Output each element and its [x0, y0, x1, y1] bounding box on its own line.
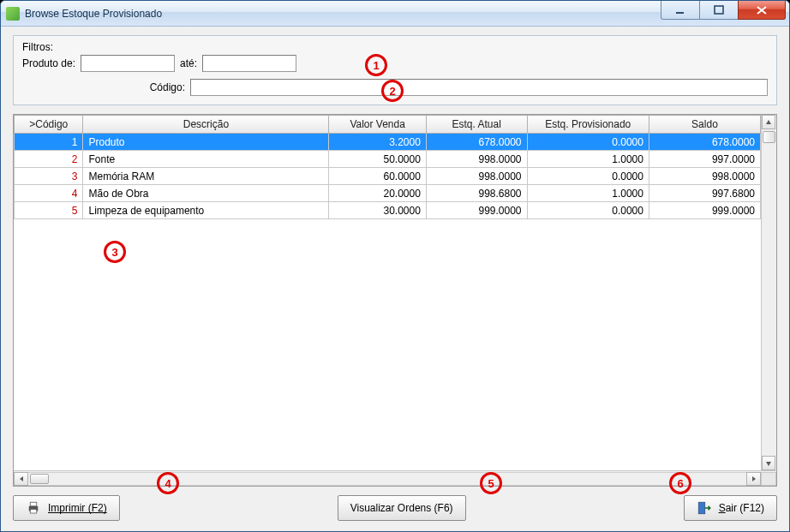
table-cell[interactable]: 4 [15, 185, 83, 202]
scroll-corner [761, 472, 776, 486]
scroll-right-icon[interactable] [746, 472, 761, 486]
scroll-thumb[interactable] [763, 131, 775, 143]
grid-body[interactable]: 1Produto3.2000678.00000.0000678.00002Fon… [15, 134, 761, 219]
vertical-scrollbar[interactable] [761, 115, 776, 470]
table-cell[interactable]: 998.0000 [426, 151, 527, 168]
client-area: Filtros: Produto de: até: Código: [1, 27, 789, 531]
table-cell[interactable]: 1 [15, 134, 83, 151]
table-cell[interactable]: 0.0000 [527, 202, 649, 219]
table-cell[interactable]: 60.0000 [329, 168, 427, 185]
svg-rect-3 [30, 502, 37, 506]
table-row[interactable]: 4Mão de Obra20.0000998.68001.0000997.680… [15, 185, 761, 202]
app-icon [6, 7, 20, 21]
codigo-label: Código: [22, 81, 185, 93]
table-row[interactable]: 2Fonte50.0000998.00001.0000997.0000 [15, 151, 761, 168]
minimize-icon [675, 5, 685, 15]
maximize-button[interactable] [699, 1, 739, 20]
imprimir-label: Imprimir (F2) [48, 502, 107, 514]
table-cell[interactable]: 998.6800 [426, 185, 527, 202]
filters-legend: Filtros: [22, 41, 768, 53]
table-row[interactable]: 3Memória RAM60.0000998.00000.0000998.000… [15, 168, 761, 185]
table-cell[interactable]: Fonte [83, 151, 329, 168]
svg-rect-1 [715, 6, 723, 14]
table-cell[interactable]: 2 [15, 151, 83, 168]
visualizar-ordens-button[interactable]: Visualizar Ordens (F6) [338, 495, 466, 521]
window-controls [661, 1, 789, 26]
produto-ate-input[interactable] [202, 55, 296, 72]
codigo-input[interactable] [190, 79, 768, 96]
table-cell[interactable]: 678.0000 [426, 134, 527, 151]
table-cell[interactable]: Produto [83, 134, 329, 151]
minimize-button[interactable] [661, 1, 700, 20]
titlebar: Browse Estoque Provisionado [1, 1, 789, 27]
table-cell[interactable]: 997.6800 [649, 185, 760, 202]
header-estq-prov[interactable]: Estq. Provisionado [527, 116, 649, 134]
table-cell[interactable]: 20.0000 [329, 185, 427, 202]
table-cell[interactable]: 50.0000 [329, 151, 427, 168]
visualizar-label: Visualizar Ordens (F6) [350, 502, 453, 514]
scroll-down-icon[interactable] [762, 456, 775, 470]
table-cell[interactable]: 0.0000 [527, 134, 649, 151]
grid-header[interactable]: >Código Descrição Valor Venda Estq. Atua… [15, 116, 761, 134]
table-cell[interactable]: 3 [15, 168, 83, 185]
svg-rect-5 [698, 502, 705, 514]
scroll-up-icon[interactable] [762, 115, 775, 129]
table-cell[interactable]: Memória RAM [83, 168, 329, 185]
table-cell[interactable]: Mão de Obra [83, 185, 329, 202]
produto-de-input[interactable] [81, 55, 175, 72]
printer-icon [26, 500, 41, 516]
sair-button[interactable]: Sair (F12) [684, 495, 777, 521]
table-cell[interactable]: 0.0000 [527, 168, 649, 185]
imprimir-button[interactable]: Imprimir (F2) [13, 495, 120, 521]
maximize-icon [714, 5, 724, 15]
data-grid[interactable]: >Código Descrição Valor Venda Estq. Atua… [13, 114, 777, 487]
table-row[interactable]: 5Limpeza de equipamento30.0000999.00000.… [15, 202, 761, 219]
produto-de-label: Produto de: [22, 57, 75, 69]
table-row[interactable]: 1Produto3.2000678.00000.0000678.0000 [15, 134, 761, 151]
table-cell[interactable]: 5 [15, 202, 83, 219]
close-icon [756, 5, 768, 15]
table-cell[interactable]: 678.0000 [649, 134, 760, 151]
exit-icon [697, 500, 712, 516]
ate-label: até: [180, 57, 197, 69]
svg-rect-0 [676, 12, 684, 14]
header-descricao[interactable]: Descrição [83, 116, 329, 134]
table-cell[interactable]: Limpeza de equipamento [83, 202, 329, 219]
app-window: Browse Estoque Provisionado Filtros: Pro… [0, 0, 790, 532]
close-button[interactable] [738, 1, 786, 20]
table-cell[interactable]: 999.0000 [649, 202, 760, 219]
table-cell[interactable]: 30.0000 [329, 202, 427, 219]
sair-label: Sair (F12) [719, 502, 764, 514]
horizontal-scrollbar[interactable] [14, 470, 776, 486]
table-cell[interactable]: 3.2000 [329, 134, 427, 151]
header-codigo[interactable]: >Código [15, 116, 83, 134]
table-cell[interactable]: 998.0000 [649, 168, 760, 185]
table-cell[interactable]: 997.0000 [649, 151, 760, 168]
table-cell[interactable]: 999.0000 [426, 202, 527, 219]
window-title: Browse Estoque Provisionado [25, 8, 661, 20]
scroll-left-icon[interactable] [14, 472, 28, 486]
hscroll-thumb[interactable] [30, 474, 49, 484]
table-cell[interactable]: 1.0000 [527, 185, 649, 202]
table-cell[interactable]: 1.0000 [527, 151, 649, 168]
svg-rect-4 [30, 510, 37, 514]
header-estq-atual[interactable]: Estq. Atual [426, 116, 527, 134]
table-cell[interactable]: 998.0000 [426, 168, 527, 185]
header-valor-venda[interactable]: Valor Venda [329, 116, 427, 134]
header-saldo[interactable]: Saldo [649, 116, 760, 134]
filters-group: Filtros: Produto de: até: Código: [13, 35, 777, 105]
